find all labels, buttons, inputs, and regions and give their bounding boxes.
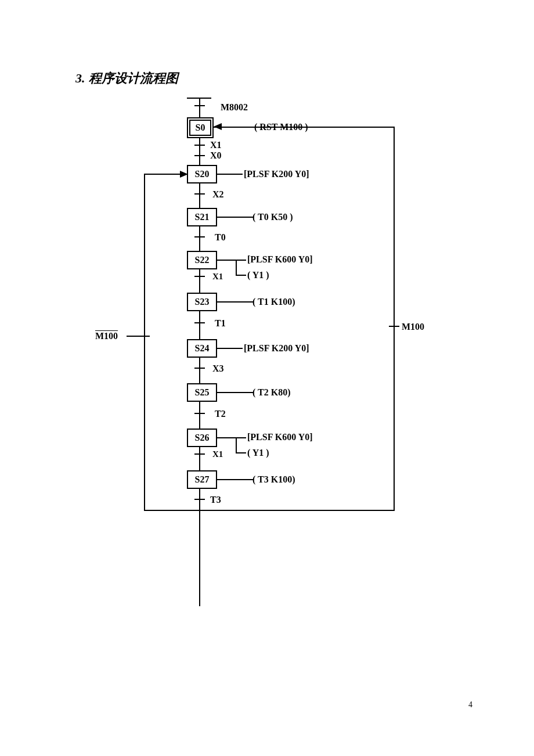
s22-out: [PLSF K600 Y0] — [247, 254, 313, 265]
s20-out: [PLSF K200 Y0] — [244, 169, 309, 179]
s21-text: S21 — [195, 212, 210, 222]
top-bar — [187, 98, 211, 99]
s22-out1-h — [236, 260, 246, 261]
x0-label: X0 — [210, 150, 222, 161]
s20-out-line — [216, 174, 243, 175]
t1-label: T1 — [215, 318, 226, 329]
x1c-label: X1 — [212, 449, 223, 459]
s22-box: S22 — [187, 251, 217, 269]
t2-label: T2 — [215, 409, 226, 419]
s23-out-line — [216, 301, 251, 303]
title-text: 程序设计流程图 — [89, 71, 178, 85]
s24-out: [PLSF K200 Y0] — [244, 343, 309, 354]
s22-brace — [236, 260, 237, 276]
title-number: 3. — [75, 71, 85, 85]
m8002-label: M8002 — [221, 102, 248, 113]
m100-right: M100 — [402, 322, 424, 332]
x1-label: X1 — [210, 140, 222, 150]
s24-text: S24 — [195, 343, 210, 353]
s26-out: [PLSF K600 Y0] — [247, 432, 313, 442]
t0-label: T0 — [215, 232, 226, 243]
s26-out-line — [216, 437, 237, 438]
s26-out1-h — [236, 437, 246, 438]
s21-box: S21 — [187, 208, 217, 226]
page-number: 4 — [468, 700, 472, 710]
s27-out: ( T3 K100) — [252, 474, 295, 485]
svg-marker-0 — [214, 123, 222, 130]
s26-out2-h — [236, 452, 246, 453]
m100-left: M100 — [95, 331, 118, 341]
s26-out2: ( Y1 ) — [247, 448, 269, 458]
s23-box: S23 — [187, 293, 217, 311]
s24-box: S24 — [187, 339, 217, 358]
s27-box: S27 — [187, 470, 217, 489]
s0-box: S0 — [187, 117, 214, 138]
x3-label: X3 — [212, 363, 224, 374]
s20-text: S20 — [195, 169, 210, 179]
s25-out-line — [216, 392, 251, 393]
loop-bottom — [144, 510, 200, 511]
s22-out-line — [216, 260, 237, 261]
s25-box: S25 — [187, 383, 217, 402]
s21-out-line — [216, 217, 251, 218]
s26-brace — [236, 437, 237, 453]
s26-text: S26 — [195, 433, 210, 442]
s20-box: S20 — [187, 165, 217, 183]
flowchart: M8002 S0 ( RST M100 ) X1 X0 S20 [PLSF K2… — [99, 98, 424, 614]
x1b-label: X1 — [212, 272, 223, 282]
s21-out: ( T0 K50 ) — [252, 212, 293, 222]
s27-out-line — [216, 479, 251, 480]
loop-left — [144, 174, 145, 510]
t3-label: T3 — [210, 495, 221, 505]
return-bottom — [199, 510, 395, 511]
s23-text: S23 — [195, 297, 210, 307]
s22-out2: ( Y1 ) — [247, 270, 269, 280]
s26-box: S26 — [187, 429, 217, 447]
s22-out2-h — [236, 275, 246, 276]
s25-out: ( T2 K80) — [252, 387, 290, 398]
s23-out: ( T1 K100) — [252, 297, 295, 307]
loop-top-to-s20 — [144, 174, 180, 175]
s0-text: S0 — [189, 120, 211, 136]
section-title: 3.程序设计流程图 — [75, 70, 459, 87]
svg-marker-1 — [180, 171, 188, 178]
return-right — [394, 127, 395, 511]
x2-label: X2 — [212, 189, 224, 200]
return-top — [223, 127, 395, 128]
s22-text: S22 — [195, 255, 210, 265]
s24-out-line — [216, 348, 243, 349]
s25-text: S25 — [195, 387, 210, 397]
s27-text: S27 — [195, 474, 210, 484]
